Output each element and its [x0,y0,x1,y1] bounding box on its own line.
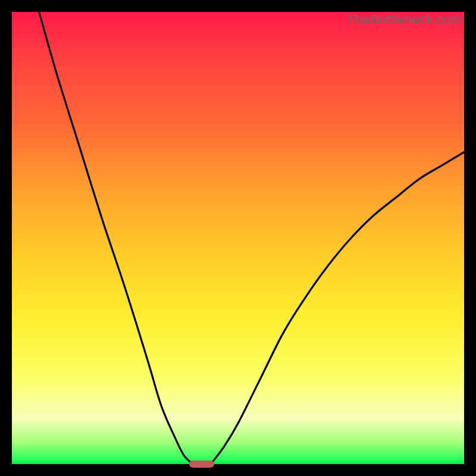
plot-gradient-background [12,12,464,464]
chart-frame: TheBottleneck.com [12,12,464,464]
